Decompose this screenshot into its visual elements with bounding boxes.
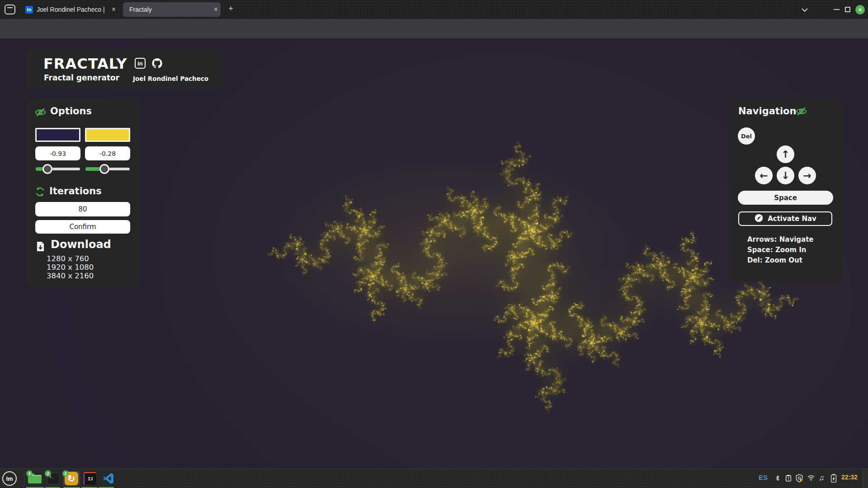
download-heading: Download (51, 238, 111, 251)
taskbar-separator (24, 471, 24, 487)
linkedin-favicon: in (25, 6, 33, 14)
download-size-1920[interactable]: 868 x 488 (47, 263, 94, 272)
site-title: FRACTALY (43, 55, 127, 72)
browser-tab-bar: in Joel Rondinel Pacheco | Lin × Fractal… (0, 0, 868, 19)
compass-icon (754, 213, 764, 225)
wifi-icon[interactable] (807, 474, 816, 482)
tab-fractaly[interactable]: Fractaly × (123, 2, 221, 17)
help-space: Space: Zoom In (747, 245, 807, 255)
new-tab-button[interactable]: + (228, 4, 233, 13)
nav-up-button[interactable]: ↑ (777, 145, 794, 163)
browser-toolbar: ← → ↻ https://joelrondinelpacheco.github… (0, 19, 868, 39)
activate-nav-label: Activate Nav (768, 215, 816, 223)
keyboard-layout-indicator[interactable]: ES (759, 474, 768, 481)
close-tab-icon[interactable]: × (211, 5, 221, 14)
iterations-input[interactable]: 80 (35, 202, 130, 216)
terminal-badge: 2 (45, 470, 51, 477)
iterations-heading: Iterations (49, 186, 102, 197)
download-size-1280[interactable]: 1280 x 760 (47, 254, 89, 263)
files-badge: 3 (26, 470, 33, 477)
slider-thumb[interactable] (99, 164, 109, 174)
color-swatch-fractal[interactable] (85, 128, 130, 142)
color-swatch-background[interactable] (35, 128, 80, 142)
minimize-button[interactable] (834, 9, 840, 10)
options-panel: Options -0.93 -0.28 Iterations 80 Confir… (27, 99, 139, 287)
nav-right-button[interactable]: → (798, 167, 816, 184)
c-imag-slider[interactable] (85, 166, 130, 172)
list-tabs-chevron-icon[interactable] (801, 6, 809, 14)
nav-left-button[interactable]: ← (755, 167, 773, 184)
zoom-out-del-button[interactable]: Del (738, 127, 755, 145)
close-tab-icon[interactable]: × (109, 5, 118, 14)
iterations-refresh-icon (35, 187, 45, 199)
vscode-app-icon[interactable] (101, 471, 116, 486)
browser-badge: 2 (62, 470, 69, 477)
taskbar: lm 3 $_ 2 ↻ 2 IJ ES (0, 469, 868, 488)
help-del: Del: Zoom Out (747, 255, 802, 266)
site-subtitle: Fractal generator (44, 73, 119, 82)
tab-linkedin[interactable]: in Joel Rondinel Pacheco | Lin × (21, 2, 118, 17)
activate-nav-button[interactable]: Activate Nav (738, 211, 832, 226)
zoom-in-space-button[interactable]: Space (738, 191, 833, 205)
clock[interactable]: 22:32 (841, 474, 858, 481)
mint-menu-button[interactable]: lm (2, 471, 17, 486)
site-header: FRACTALY Fractal generator in Joel Rondi… (27, 49, 222, 89)
tab-title: Fractaly (129, 6, 152, 13)
author-name: Joel Rondinel Pacheco (133, 75, 208, 82)
download-file-icon (36, 241, 45, 254)
bluetooth-icon[interactable] (774, 474, 781, 483)
close-window-button[interactable]: × (855, 5, 865, 14)
c-real-input[interactable]: -0.93 (35, 146, 80, 160)
firefox-view-icon[interactable] (5, 5, 15, 16)
navigation-heading: Navigation (738, 106, 796, 117)
maximize-button[interactable] (845, 7, 850, 12)
music-note-icon[interactable]: ♫ (819, 474, 825, 483)
github-icon[interactable] (151, 58, 163, 69)
firewall-shield-icon[interactable] (795, 474, 804, 483)
help-arrows: Arrows: Navigate (747, 235, 814, 245)
battery-icon[interactable] (830, 474, 837, 483)
intellij-app-icon[interactable]: IJ (82, 471, 98, 486)
c-real-slider[interactable] (36, 166, 80, 172)
hide-navigation-eye-slash-icon[interactable] (796, 106, 807, 119)
nav-down-button[interactable]: ↓ (777, 167, 794, 184)
tab-title: Joel Rondinel Pacheco | Lin (37, 6, 104, 13)
slider-thumb[interactable] (42, 164, 52, 174)
download-size-3840[interactable]: 3840 x 2160 (47, 272, 94, 280)
clipboard-icon[interactable] (785, 474, 792, 483)
fractal-page: FRACTALY Fractal generator in Joel Rondi… (0, 39, 868, 469)
c-imag-input[interactable]: -0.28 (85, 146, 130, 160)
hide-options-eye-slash-icon[interactable] (35, 107, 46, 120)
options-heading: Options (50, 106, 92, 117)
show-desktop-button[interactable] (863, 469, 868, 488)
linkedin-icon[interactable]: in (135, 58, 146, 69)
navigation-panel: Navigation Del ↑ ← ↓ → Space Activate Na… (729, 99, 842, 282)
confirm-button[interactable]: Confirm (35, 220, 130, 234)
